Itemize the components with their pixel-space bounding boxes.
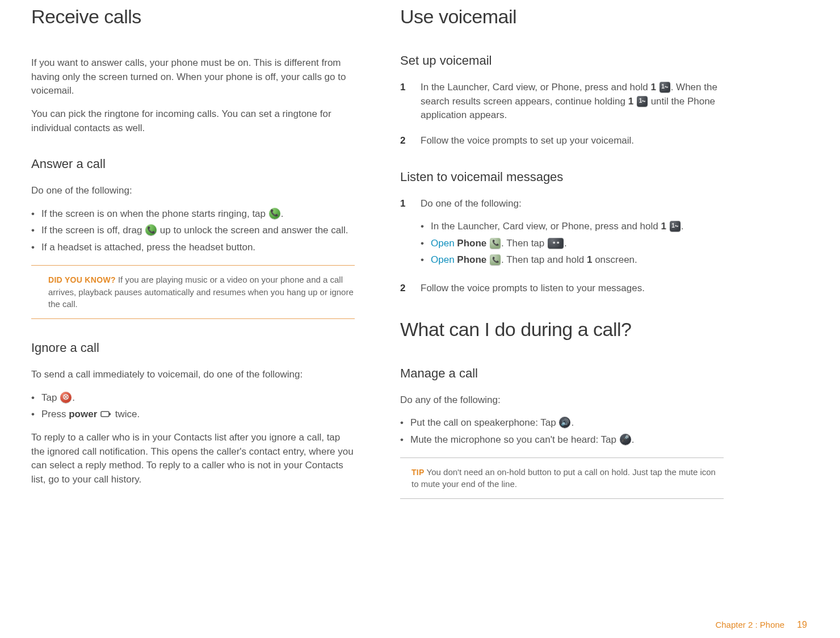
left-column: Receive calls If you want to answer call… [17, 0, 369, 515]
text: Tap [41, 392, 60, 403]
heading-use-voicemail: Use voicemail [400, 6, 724, 28]
phone-app-icon: 📞 [490, 254, 501, 265]
voicemail-tape-icon: ⚬⚬ [548, 238, 564, 249]
manage-bullet-list: Put the call on speakerphone: Tap 🔊. Mut… [400, 416, 724, 447]
phone-label: Phone [457, 238, 486, 249]
open-link[interactable]: Open [431, 254, 455, 265]
intro-paragraph-1: If you want to answer calls, your phone … [31, 56, 355, 98]
key-1: 1 [661, 221, 666, 232]
key-1: 1 [650, 82, 656, 93]
callout-label: DID YOU KNOW? [48, 275, 116, 284]
list-item: If the screen is off, drag 📞 up to unloc… [31, 224, 355, 238]
text: . [571, 417, 574, 428]
list-item: Tap ⨂. [31, 391, 355, 405]
drag-answer-icon: 📞 [145, 224, 157, 236]
text: Do one of the following: [421, 198, 522, 209]
text: . [681, 221, 684, 232]
heading-ignore-call: Ignore a call [31, 341, 355, 355]
text: If the screen is off, drag [41, 225, 145, 236]
step-number: 1 [400, 197, 421, 271]
text: In the Launcher, Card view, or Phone, pr… [421, 82, 650, 93]
step-item: 2 Follow the voice prompts to listen to … [400, 282, 724, 296]
heading-answer-call: Answer a call [31, 157, 355, 171]
phone-label: Phone [457, 254, 486, 265]
decline-icon: ⨂ [60, 392, 72, 403]
list-item: Open Phone 📞. Then tap and hold 1 onscre… [421, 253, 724, 267]
answer-lead: Do one of the following: [31, 184, 355, 198]
text: twice. [115, 409, 140, 419]
step-body: Follow the voice prompts to set up your … [421, 134, 724, 148]
ignore-lead: To send a call immediately to voicemail,… [31, 368, 355, 382]
list-item: If a headset is attached, press the head… [31, 241, 355, 255]
text: . [72, 392, 75, 403]
list-item: If the screen is on when the phone start… [31, 207, 355, 221]
list-item: Put the call on speakerphone: Tap 🔊. [400, 416, 724, 430]
listen-steps: 1 Do one of the following: In the Launch… [400, 197, 724, 296]
svg-rect-0 [101, 412, 109, 417]
svg-rect-1 [109, 413, 111, 415]
chapter-label: Chapter 2 : Phone [715, 620, 784, 629]
callout-body: You don't need an on-hold button to put … [411, 467, 716, 489]
text: Mute the microphone so you can't be hear… [410, 434, 619, 445]
tip-callout: TIP You don't need an on-hold button to … [400, 457, 724, 500]
heading-during-call: What can I do during a call? [400, 318, 724, 341]
manage-lead: Do any of the following: [400, 393, 724, 408]
text: . [281, 208, 284, 219]
list-item: In the Launcher, Card view, or Phone, pr… [421, 220, 724, 234]
page-number: 19 [797, 620, 807, 630]
step-body: Follow the voice prompts to listen to yo… [421, 282, 724, 296]
step-item: 2 Follow the voice prompts to set up you… [400, 134, 724, 148]
text: Press [41, 409, 69, 419]
ignore-bullet-list: Tap ⨂. Press power twice. [31, 391, 355, 422]
list-item: Mute the microphone so you can't be hear… [400, 433, 724, 447]
answer-bullet-list: If the screen is on when the phone start… [31, 207, 355, 255]
list-item: Open Phone 📞. Then tap ⚬⚬. [421, 237, 724, 251]
text: In the Launcher, Card view, or Phone, pr… [431, 221, 661, 232]
text: If the screen is on when the phone start… [41, 208, 268, 219]
key-1: 1 [587, 254, 592, 265]
speakerphone-icon: 🔊 [559, 417, 570, 428]
power-label: power [69, 409, 97, 419]
voicemail-key-icon: 1⏦ [660, 82, 670, 93]
text: . [632, 434, 635, 445]
answer-icon: 📞 [269, 208, 280, 219]
did-you-know-callout: DID YOU KNOW? If you are playing music o… [31, 265, 355, 319]
step-item: 1 Do one of the following: In the Launch… [400, 197, 724, 271]
step-number: 2 [400, 282, 421, 296]
heading-setup-voicemail: Set up voicemail [400, 53, 724, 68]
voicemail-key-icon: 1⏦ [670, 221, 681, 232]
power-icon [100, 409, 112, 418]
list-item: Press power twice. [31, 408, 355, 422]
open-link[interactable]: Open [431, 238, 455, 249]
setup-steps: 1 In the Launcher, Card view, or Phone, … [400, 81, 724, 148]
text: . Then tap [501, 238, 547, 249]
listen-bullet-list: In the Launcher, Card view, or Phone, pr… [421, 220, 724, 267]
callout-label: TIP [411, 468, 425, 477]
key-1: 1 [628, 96, 633, 107]
text: onscreen. [595, 254, 637, 265]
text: up to unlock the screen and answer the c… [160, 225, 348, 236]
step-number: 1 [400, 81, 421, 123]
page-footer: Chapter 2 : Phone 19 [715, 620, 807, 630]
phone-app-icon: 📞 [490, 238, 501, 249]
mute-icon: 🎤 [620, 434, 631, 445]
heading-receive-calls: Receive calls [31, 6, 355, 28]
step-item: 1 In the Launcher, Card view, or Phone, … [400, 81, 724, 123]
step-body: Do one of the following: In the Launcher… [421, 197, 724, 271]
step-body: In the Launcher, Card view, or Phone, pr… [421, 81, 724, 123]
text: . Then tap and hold [501, 254, 587, 265]
text: Put the call on speakerphone: Tap [410, 417, 558, 428]
step-number: 2 [400, 134, 421, 148]
text: . [564, 238, 567, 249]
right-column: Use voicemail Set up voicemail 1 In the … [386, 0, 738, 515]
ignore-paragraph: To reply to a caller who is in your Cont… [31, 431, 355, 487]
heading-manage-call: Manage a call [400, 366, 724, 381]
intro-paragraph-2: You can pick the ringtone for incoming c… [31, 107, 355, 135]
voicemail-key-icon: 1⏦ [637, 96, 648, 107]
heading-listen-voicemail: Listen to voicemail messages [400, 170, 724, 184]
